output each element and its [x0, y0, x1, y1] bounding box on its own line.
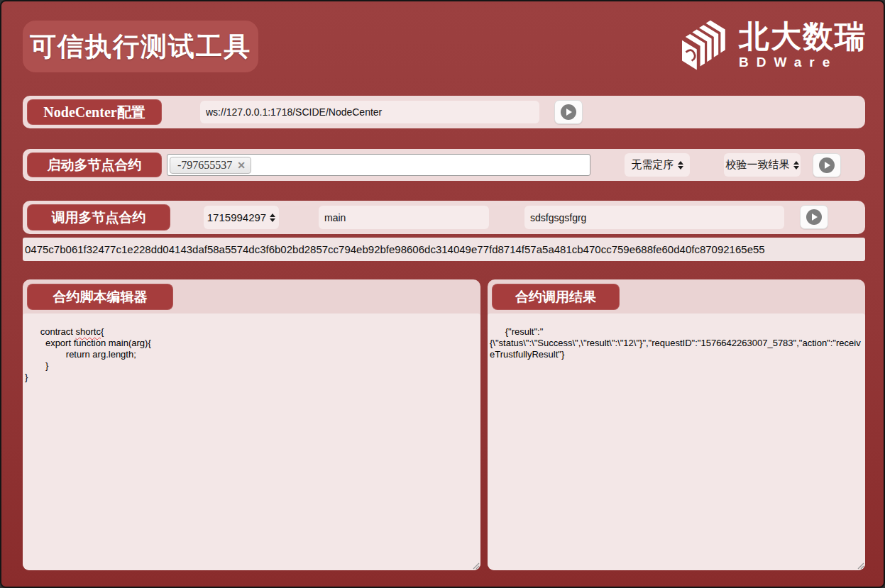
call-contract-bar: 调用多节点合约 1715994297	[23, 201, 865, 234]
nodecenter-label: NodeCenter配置	[27, 99, 162, 125]
editor-label: 合约脚本编辑器	[27, 284, 173, 310]
remove-tag-icon[interactable]: ✕	[237, 160, 246, 171]
contract-tags-input[interactable]: -797655537 ✕	[167, 154, 590, 176]
bdware-logo-icon	[674, 17, 730, 74]
code-text: contract	[40, 326, 76, 337]
nodecenter-url-input[interactable]	[200, 101, 539, 123]
updown-arrows-icon	[270, 213, 275, 222]
app-window: 可信执行测试工具 北大数瑞 BDWare NodeCenter配置 启动多节点合…	[0, 0, 885, 588]
start-contract-label: 启动多节点合约	[27, 152, 162, 177]
nodecenter-run-button[interactable]	[554, 100, 583, 124]
editor-panel: 合约脚本编辑器 contract shortc{ export function…	[23, 279, 480, 570]
start-contract-bar: 启动多节点合约 -797655537 ✕ 无需定序 校验一致结果	[23, 149, 865, 181]
page-title: 可信执行测试工具	[23, 21, 258, 72]
start-contract-run-button[interactable]	[813, 153, 841, 177]
resize-handle-icon[interactable]	[471, 561, 480, 570]
play-icon	[561, 104, 576, 120]
logo-cn-text: 北大数瑞	[739, 21, 867, 52]
call-contract-label: 调用多节点合约	[27, 204, 170, 231]
contract-tag: -797655537 ✕	[170, 157, 251, 174]
result-output[interactable]: {"result":" {\"status\":\"Success\",\"re…	[488, 314, 865, 570]
contract-id-value: 1715994297	[207, 211, 266, 223]
order-select[interactable]: 无需定序	[625, 153, 690, 177]
nodecenter-bar: NodeCenter配置	[23, 96, 865, 128]
result-panel: 合约调用结果 {"result":" {\"status\":\"Success…	[488, 279, 865, 570]
resize-handle-icon[interactable]	[856, 561, 864, 570]
verify-select[interactable]: 校验一致结果	[724, 153, 801, 177]
order-select-value: 无需定序	[632, 158, 674, 172]
function-name-input[interactable]	[319, 206, 489, 229]
code-editor[interactable]: contract shortc{ export function main(ar…	[23, 314, 480, 570]
result-text: {"result":" {\"status\":\"Success\",\"re…	[490, 326, 861, 360]
result-hash-bar: 0475c7b061f32477c1e228dd04143daf58a5574d…	[23, 238, 865, 261]
play-icon	[806, 209, 822, 225]
misspelled-word: shortc	[76, 326, 101, 337]
verify-select-value: 校验一致结果	[726, 158, 790, 172]
contract-tag-value: -797655537	[177, 159, 232, 172]
arguments-input[interactable]	[524, 206, 784, 229]
updown-arrows-icon	[678, 161, 683, 170]
result-label: 合约调用结果	[492, 284, 620, 310]
play-icon	[819, 157, 835, 173]
contract-id-select[interactable]: 1715994297	[204, 206, 279, 229]
bdware-logo-text: 北大数瑞 BDWare	[739, 21, 867, 70]
call-contract-run-button[interactable]	[800, 205, 828, 229]
updown-arrows-icon	[793, 161, 799, 170]
logo-en-text: BDWare	[739, 55, 837, 70]
bdware-logo: 北大数瑞 BDWare	[674, 17, 867, 74]
